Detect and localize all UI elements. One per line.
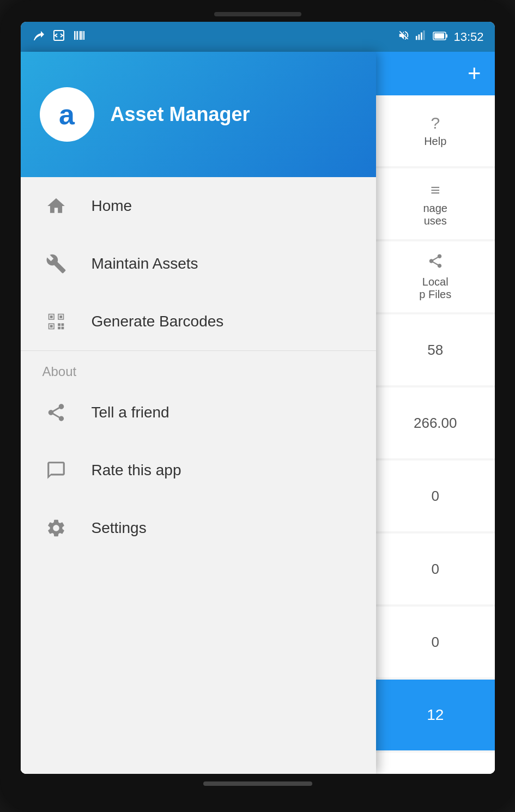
nav-item-maintain-assets[interactable]: Maintain Assets <box>21 235 377 293</box>
battery-icon <box>433 31 448 43</box>
count-0a-card[interactable]: 0 <box>376 460 495 531</box>
svg-rect-5 <box>80 31 82 40</box>
value-266-value: 266.00 <box>414 415 457 432</box>
help-label: Help <box>421 135 449 148</box>
count-0d-card[interactable]: 0 <box>376 753 495 774</box>
rate-app-label: Rate this app <box>92 462 181 479</box>
help-icon: ? <box>431 114 440 132</box>
share-local-icon <box>427 253 444 273</box>
home-icon <box>43 192 70 220</box>
share-icon <box>43 399 70 426</box>
wrench-icon <box>43 250 70 277</box>
settings-label: Settings <box>92 519 147 537</box>
status-bar: 13:52 <box>21 22 495 52</box>
app-avatar: a <box>40 87 94 142</box>
count-12-card[interactable]: 12 <box>376 680 495 750</box>
count-0a-value: 0 <box>432 488 439 505</box>
app-title-label: Asset Manager <box>111 103 250 126</box>
drawer-header: a Asset Manager <box>21 52 377 177</box>
list-icon: ≡ <box>431 181 440 199</box>
status-icons-right: 13:52 <box>398 29 483 44</box>
count-0c-card[interactable]: 0 <box>376 607 495 677</box>
qr-icon <box>43 308 70 335</box>
mute-icon <box>398 29 410 44</box>
svg-rect-7 <box>83 31 84 40</box>
nav-item-settings[interactable]: Settings <box>21 499 377 557</box>
value-266-card[interactable]: 266.00 <box>376 387 495 458</box>
svg-rect-2 <box>76 31 76 40</box>
barcode-scan-icon <box>73 29 86 45</box>
count-0b-value: 0 <box>432 561 439 578</box>
count-58-card[interactable]: 58 <box>376 314 495 385</box>
generate-barcodes-label: Generate Barcodes <box>92 313 224 330</box>
svg-rect-10 <box>421 33 423 40</box>
count-0b-card[interactable]: 0 <box>376 534 495 604</box>
comment-icon <box>43 457 70 484</box>
nav-item-rate-app[interactable]: Rate this app <box>21 441 377 499</box>
settings-icon <box>43 514 70 542</box>
svg-rect-8 <box>416 36 417 40</box>
local-files-label: Localp Files <box>416 276 454 301</box>
svg-rect-3 <box>77 31 78 40</box>
svg-rect-4 <box>79 31 80 40</box>
add-button[interactable]: + <box>468 60 481 87</box>
svg-rect-11 <box>423 31 425 40</box>
nav-item-generate-barcodes[interactable]: Generate Barcodes <box>21 293 377 350</box>
count-0c-value: 0 <box>432 634 439 651</box>
status-time: 13:52 <box>453 30 483 44</box>
code-icon <box>52 29 65 45</box>
about-section-header: About <box>21 351 377 384</box>
svg-rect-1 <box>74 31 75 40</box>
nav-item-tell-friend[interactable]: Tell a friend <box>21 384 377 441</box>
navigation-drawer: a Asset Manager Home <box>21 52 377 774</box>
status-icons-left <box>32 29 86 45</box>
home-label: Home <box>92 197 132 215</box>
manage-label: nageuses <box>421 202 451 227</box>
count-58-value: 58 <box>427 342 443 359</box>
phone-speaker <box>214 12 301 16</box>
phone-screen: 13:52 + ? Help ≡ nageuses <box>21 22 495 774</box>
signal-icon <box>415 29 427 44</box>
phone-frame: 13:52 + ? Help ≡ nageuses <box>0 0 515 812</box>
right-cards: ? Help ≡ nageuses Localp Files <box>376 95 495 774</box>
phone-home-bar[interactable] <box>203 781 312 786</box>
usb-icon <box>32 29 45 45</box>
svg-rect-6 <box>82 31 83 40</box>
drawer-nav: Home Maintain Assets <box>21 177 377 774</box>
tell-friend-label: Tell a friend <box>92 404 169 421</box>
count-12-value: 12 <box>427 706 444 724</box>
nav-item-home[interactable]: Home <box>21 177 377 235</box>
svg-rect-14 <box>446 34 447 38</box>
svg-rect-9 <box>419 34 420 40</box>
screen-content: + ? Help ≡ nageuses <box>21 52 495 774</box>
maintain-assets-label: Maintain Assets <box>92 255 198 272</box>
manage-card[interactable]: ≡ nageuses <box>376 168 495 239</box>
help-card[interactable]: ? Help <box>376 95 495 166</box>
local-files-card[interactable]: Localp Files <box>376 241 495 312</box>
svg-rect-13 <box>434 33 444 39</box>
